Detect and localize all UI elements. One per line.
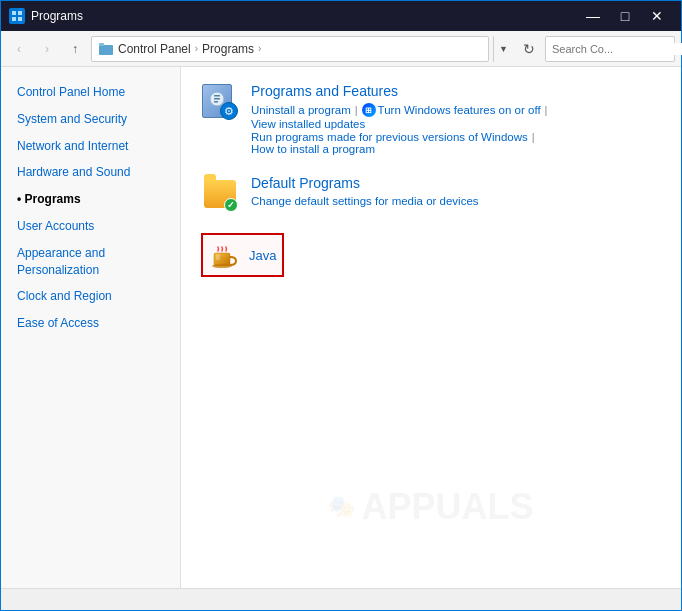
folder-icon — [98, 41, 114, 57]
address-bar: ‹ › ↑ Control Panel › Programs › ▼ ↻ 🔍 — [1, 31, 681, 67]
svg-rect-3 — [18, 17, 22, 21]
address-box[interactable]: Control Panel › Programs › — [91, 36, 489, 62]
content-area: ⚙ Programs and Features Uninstall a prog… — [181, 67, 681, 588]
window-controls: — □ ✕ — [577, 1, 673, 31]
back-button[interactable]: ‹ — [7, 37, 31, 61]
sidebar-item-user-accounts[interactable]: User Accounts — [1, 213, 180, 240]
run-previous-programs-link[interactable]: Run programs made for previous versions … — [251, 131, 528, 143]
sidebar: Control Panel Home System and Security N… — [1, 67, 181, 588]
sidebar-item-programs: Programs — [1, 186, 180, 213]
search-input[interactable] — [552, 43, 682, 55]
programs-features-content: Programs and Features Uninstall a progra… — [251, 83, 661, 155]
address-segment-programs[interactable]: Programs — [202, 42, 254, 56]
how-to-install-link[interactable]: How to install a program — [251, 143, 375, 155]
forward-button[interactable]: › — [35, 37, 59, 61]
search-box[interactable]: 🔍 — [545, 36, 675, 62]
uninstall-program-link[interactable]: Uninstall a program — [251, 104, 351, 116]
svg-rect-5 — [99, 43, 104, 46]
svg-rect-9 — [214, 101, 218, 103]
window-title: Programs — [31, 9, 577, 23]
programs-features-title[interactable]: Programs and Features — [251, 83, 661, 99]
default-programs-content: Default Programs Change default settings… — [251, 175, 661, 207]
change-default-settings-link[interactable]: Change default settings for media or dev… — [251, 195, 479, 207]
sidebar-item-hardware-sound[interactable]: Hardware and Sound — [1, 159, 180, 186]
default-programs-icon: ✓ — [201, 175, 239, 213]
programs-features-row3: Run programs made for previous versions … — [251, 131, 661, 155]
window-icon — [9, 8, 25, 24]
address-segment-controlpanel[interactable]: Control Panel — [118, 42, 191, 56]
main-window: Programs — □ ✕ ‹ › ↑ Control Panel › Pro… — [0, 0, 682, 611]
java-icon — [209, 239, 241, 271]
main-area: Control Panel Home System and Security N… — [1, 67, 681, 588]
minimize-button[interactable]: — — [577, 1, 609, 31]
svg-rect-13 — [216, 254, 220, 260]
default-programs-title[interactable]: Default Programs — [251, 175, 661, 191]
sidebar-item-clock-region[interactable]: Clock and Region — [1, 283, 180, 310]
svg-rect-8 — [214, 98, 220, 100]
up-button[interactable]: ↑ — [63, 37, 87, 61]
refresh-button[interactable]: ↻ — [517, 36, 541, 62]
address-dropdown[interactable]: ▼ — [493, 36, 513, 62]
check-icon: ✓ — [224, 198, 238, 212]
programs-features-links: Uninstall a program | ⊞ Turn Windows fea… — [251, 103, 661, 117]
svg-point-12 — [212, 264, 232, 268]
programs-features-section: ⚙ Programs and Features Uninstall a prog… — [201, 83, 661, 155]
view-installed-updates-link[interactable]: View installed updates — [251, 118, 365, 130]
title-bar: Programs — □ ✕ — [1, 1, 681, 31]
windows-badge-icon: ⊞ — [362, 103, 376, 117]
windows-features-link[interactable]: Turn Windows features on or off — [378, 104, 541, 116]
svg-rect-2 — [12, 17, 16, 21]
sidebar-item-network-internet[interactable]: Network and Internet — [1, 133, 180, 160]
java-label: Java — [249, 248, 276, 263]
sidebar-item-appearance-personalization[interactable]: Appearance and Personalization — [1, 240, 180, 284]
sidebar-item-system-security[interactable]: System and Security — [1, 106, 180, 133]
svg-rect-7 — [214, 95, 220, 97]
sidebar-item-ease-access[interactable]: Ease of Access — [1, 310, 180, 337]
maximize-button[interactable]: □ — [609, 1, 641, 31]
watermark: 🎭 APPUALS — [328, 486, 533, 528]
default-programs-links: Change default settings for media or dev… — [251, 195, 661, 207]
status-bar — [1, 588, 681, 610]
programs-features-icon: ⚙ — [201, 83, 239, 121]
svg-rect-0 — [12, 11, 16, 15]
close-button[interactable]: ✕ — [641, 1, 673, 31]
svg-rect-4 — [99, 45, 113, 55]
java-item[interactable]: Java — [201, 233, 284, 277]
svg-rect-1 — [18, 11, 22, 15]
default-programs-section: ✓ Default Programs Change default settin… — [201, 175, 661, 213]
programs-features-row2: View installed updates — [251, 118, 661, 130]
sidebar-item-control-panel-home[interactable]: Control Panel Home — [1, 79, 180, 106]
